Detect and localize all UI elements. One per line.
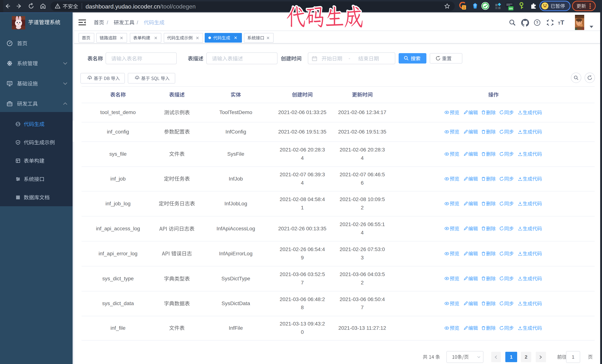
svg-text:?: ?: [536, 20, 538, 25]
svg-text:1: 1: [463, 6, 465, 10]
svg-text:on: on: [509, 7, 513, 10]
